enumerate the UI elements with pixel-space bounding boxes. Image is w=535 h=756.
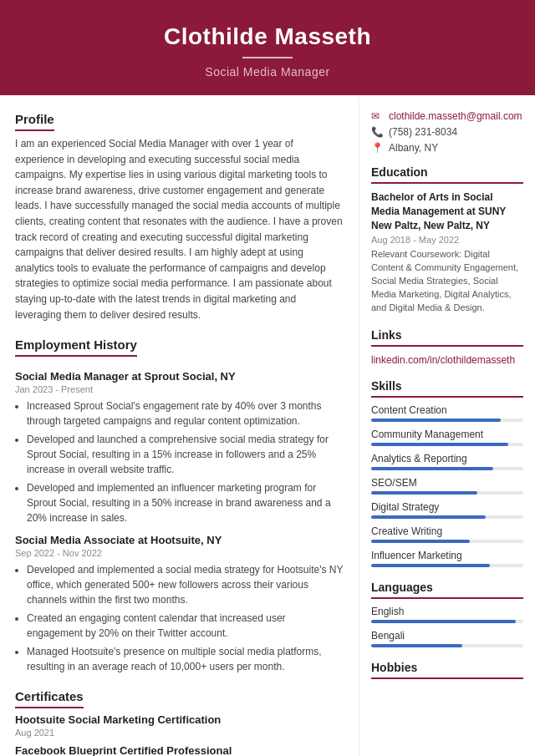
bullet-item: Increased Sprout Social's engagement rat… xyxy=(27,398,344,429)
contact-email-item: ✉ clothilde.masseth@gmail.com xyxy=(371,110,523,122)
job-bullets-1: Increased Sprout Social's engagement rat… xyxy=(15,398,344,525)
skill-bar-fill xyxy=(371,564,490,567)
skill-bar-bg xyxy=(371,540,523,543)
skill-label: Content Creation xyxy=(371,404,523,416)
job-bullets-2: Developed and implemented a social media… xyxy=(15,562,344,674)
links-section-title: Links xyxy=(371,328,523,347)
skill-label: Analytics & Reporting xyxy=(371,453,523,464)
skill-bar-bg xyxy=(371,419,523,422)
contact-section: ✉ clothilde.masseth@gmail.com 📞 (758) 23… xyxy=(371,110,523,154)
skill-label: Influencer Marketing xyxy=(371,550,523,561)
job-title-1: Social Media Manager at Sprout Social, N… xyxy=(15,370,344,383)
lang-bengali: Bengali xyxy=(371,630,523,647)
skill-community-management: Community Management xyxy=(371,429,523,446)
location-text: Albany, NY xyxy=(389,142,438,154)
skill-label: SEO/SEM xyxy=(371,477,523,489)
bullet-item: Created an engaging content calendar tha… xyxy=(27,611,344,641)
employment-section: Employment History Social Media Manager … xyxy=(15,337,344,674)
skill-content-creation: Content Creation xyxy=(371,404,523,422)
skill-bar-bg xyxy=(371,491,523,495)
job-title-2: Social Media Associate at Hootsuite, NY xyxy=(15,534,344,546)
job-dates-1: Jan 2023 - Present xyxy=(15,384,344,394)
location-icon: 📍 xyxy=(371,142,385,154)
languages-section: Languages English Bengali xyxy=(371,581,523,647)
lang-english: English xyxy=(371,606,523,623)
edu-coursework: Relevant Coursework: Digital Content & C… xyxy=(371,248,523,315)
left-column: Profile I am an experienced Social Media… xyxy=(0,95,359,756)
cert-date-1: Aug 2021 xyxy=(15,728,344,738)
skill-bar-fill xyxy=(371,443,508,446)
linkedin-link[interactable]: linkedin.com/in/clothildemasseth xyxy=(371,354,515,366)
lang-label: English xyxy=(371,606,523,617)
education-section: Education Bachelor of Arts in Social Med… xyxy=(371,165,523,315)
education-section-title: Education xyxy=(371,165,523,184)
bullet-item: Managed Hootsuite's presence on multiple… xyxy=(27,644,344,674)
skill-digital-strategy: Digital Strategy xyxy=(371,501,523,519)
certificates-section-title: Certificates xyxy=(15,689,84,708)
certificates-section: Certificates Hootsuite Social Marketing … xyxy=(15,689,344,756)
skill-bar-bg xyxy=(371,443,523,446)
phone-text: (758) 231-8034 xyxy=(389,126,457,138)
lang-bar-bg xyxy=(371,644,523,647)
skill-label: Creative Writing xyxy=(371,525,523,537)
lang-bar-fill xyxy=(371,644,462,647)
job-dates-2: Sep 2022 - Nov 2022 xyxy=(15,548,344,558)
skill-bar-fill xyxy=(371,419,501,422)
contact-phone-item: 📞 (758) 231-8034 xyxy=(371,126,523,138)
bullet-item: Developed and implemented a social media… xyxy=(27,562,344,607)
profile-section: Profile I am an experienced Social Media… xyxy=(15,112,344,322)
candidate-title: Social Media Manager xyxy=(17,65,518,79)
bullet-item: Developed and implemented an influencer … xyxy=(27,480,344,525)
skill-bar-fill xyxy=(371,515,486,519)
skill-bar-fill xyxy=(371,540,470,543)
phone-icon: 📞 xyxy=(371,126,385,138)
cert-title-1: Hootsuite Social Marketing Certification xyxy=(15,713,344,726)
skill-creative-writing: Creative Writing xyxy=(371,525,523,543)
skill-label: Community Management xyxy=(371,429,523,440)
skill-bar-bg xyxy=(371,564,523,567)
lang-bar-bg xyxy=(371,620,523,623)
skill-label: Digital Strategy xyxy=(371,501,523,513)
hobbies-section-title: Hobbies xyxy=(371,661,523,679)
email-link[interactable]: clothilde.masseth@gmail.com xyxy=(389,110,522,122)
skills-section-title: Skills xyxy=(371,379,523,398)
right-column: ✉ clothilde.masseth@gmail.com 📞 (758) 23… xyxy=(359,95,535,756)
profile-section-title: Profile xyxy=(15,112,54,131)
resume-header: Clothilde Masseth Social Media Manager xyxy=(0,0,535,95)
resume-container: Clothilde Masseth Social Media Manager P… xyxy=(0,0,535,756)
languages-section-title: Languages xyxy=(371,581,523,599)
lang-label: Bengali xyxy=(371,630,523,642)
skill-influencer-marketing: Influencer Marketing xyxy=(371,550,523,567)
employment-section-title: Employment History xyxy=(15,337,137,357)
header-divider xyxy=(242,57,293,58)
skill-bar-fill xyxy=(371,467,493,470)
resume-body: Profile I am an experienced Social Media… xyxy=(0,95,535,756)
bullet-item: Developed and launched a comprehensive s… xyxy=(27,432,344,477)
links-section: Links linkedin.com/in/clothildemasseth xyxy=(371,328,523,366)
skill-bar-bg xyxy=(371,467,523,470)
skill-seo-sem: SEO/SEM xyxy=(371,477,523,495)
skill-bar-bg xyxy=(371,515,523,519)
skill-bar-fill xyxy=(371,491,477,495)
cert-title-2: Facebook Blueprint Certified Professiona… xyxy=(15,744,344,756)
profile-text: I am an experienced Social Media Manager… xyxy=(15,136,344,322)
edu-degree: Bachelor of Arts in Social Media Managem… xyxy=(371,190,523,232)
skill-analytics-reporting: Analytics & Reporting xyxy=(371,453,523,470)
edu-dates: Aug 2018 - May 2022 xyxy=(371,235,523,245)
lang-bar-fill xyxy=(371,620,516,623)
contact-location-item: 📍 Albany, NY xyxy=(371,142,523,154)
candidate-name: Clothilde Masseth xyxy=(17,23,518,50)
email-icon: ✉ xyxy=(371,110,385,122)
hobbies-section: Hobbies xyxy=(371,661,523,679)
skills-section: Skills Content Creation Community Manage… xyxy=(371,379,523,567)
